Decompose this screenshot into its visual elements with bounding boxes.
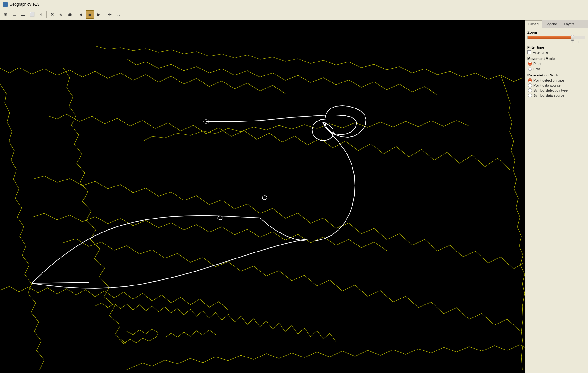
tick: | — [537, 41, 537, 43]
filter-time-checkbox-label: Filter time — [533, 50, 548, 54]
tool1-btn[interactable]: ◈ — [57, 10, 65, 19]
point-detection-option[interactable]: Point detection type — [528, 78, 585, 82]
movement-plane-label: Plane — [533, 62, 542, 66]
tick: | — [555, 41, 555, 43]
tick: | — [534, 41, 534, 43]
tick: | — [528, 41, 528, 43]
svg-rect-0 — [0, 21, 525, 373]
tick: | — [561, 41, 561, 43]
tick: | — [582, 41, 582, 43]
tick: | — [543, 41, 543, 43]
tick: | — [576, 41, 576, 43]
zoom-slider[interactable] — [527, 36, 585, 39]
dots-btn[interactable]: ⠿ — [114, 10, 123, 19]
point-source-radio[interactable] — [528, 83, 532, 87]
tick: | — [572, 41, 573, 43]
point-source-option[interactable]: Point data source — [528, 83, 585, 87]
tool2-btn[interactable]: ◉ — [66, 10, 74, 19]
app-icon — [3, 2, 8, 7]
cross-btn[interactable]: ✕ — [48, 10, 56, 19]
zoom-label: Zoom — [527, 30, 585, 34]
tick: | — [552, 41, 552, 43]
select-rect-btn[interactable]: ▭ — [10, 10, 18, 19]
map-canvas[interactable] — [0, 20, 525, 373]
symbol-source-option[interactable]: Symbol data source — [528, 94, 585, 97]
point-source-label: Point data source — [533, 83, 561, 87]
symbol-detection-label: Symbol detection type — [533, 88, 568, 92]
tab-layers[interactable]: Layers — [561, 20, 578, 28]
symbol-detection-radio[interactable] — [528, 88, 532, 92]
filter-time-checkbox-item[interactable]: Filter time — [527, 50, 585, 54]
movement-plane-option[interactable]: Plane — [528, 62, 585, 66]
movement-mode-label: Movement Mode — [527, 57, 585, 61]
filter-time-checkbox[interactable] — [527, 50, 531, 54]
right-panel: Config Legend Layers Zoom | | | | | — [525, 20, 588, 373]
presentation-mode-label: Presentation Mode — [527, 73, 585, 77]
stop-btn[interactable]: ■ — [86, 10, 94, 19]
panel-tabs: Config Legend Layers — [525, 20, 588, 28]
move-btn[interactable]: ✛ — [106, 10, 114, 19]
zoom-fill — [528, 36, 572, 39]
tick: | — [564, 41, 564, 43]
movement-free-option[interactable]: Free — [528, 67, 585, 71]
tab-legend[interactable]: Legend — [542, 20, 561, 28]
point-detection-radio[interactable] — [528, 78, 532, 82]
toolbar: ⊞ ▭ ▬ ⬜ ✲ ✕ ◈ ◉ ◀ ■ ▶ ✛ ⠿ — [0, 9, 588, 20]
symbol-source-label: Symbol data source — [533, 94, 564, 97]
title-bar-text: GeographicView3 — [10, 2, 40, 7]
main-area: Config Legend Layers Zoom | | | | | — [0, 20, 588, 373]
grid-btn[interactable]: ⊞ — [1, 10, 10, 19]
tick: | — [546, 41, 546, 43]
separator-1 — [46, 11, 47, 18]
movement-free-label: Free — [533, 67, 541, 71]
play-btn[interactable]: ▶ — [94, 10, 103, 19]
title-bar: GeographicView3 — [0, 0, 588, 9]
tick: | — [531, 41, 531, 43]
zoom-ticks: | | | | | | | | | | | | | | | | | | | | — [527, 41, 585, 43]
select-vert-btn[interactable]: ⬜ — [28, 10, 36, 19]
panel-content: Zoom | | | | | | | | | | | | | | | — [525, 28, 588, 373]
zoom-thumb[interactable] — [571, 35, 574, 41]
prev-btn[interactable]: ◀ — [77, 10, 85, 19]
symbol-source-radio[interactable] — [528, 94, 532, 97]
symbol-detection-option[interactable]: Symbol detection type — [528, 88, 585, 92]
filter-btn[interactable]: ✲ — [37, 10, 45, 19]
tick: | — [566, 41, 567, 43]
movement-plane-radio[interactable] — [528, 62, 532, 66]
tab-config[interactable]: Config — [525, 20, 542, 28]
filter-time-label: Filter time — [527, 45, 585, 49]
separator-2 — [75, 11, 75, 18]
tick: | — [570, 41, 570, 43]
presentation-mode-group: Point detection type Point data source S… — [528, 78, 585, 97]
tick: | — [540, 41, 540, 43]
select-horiz-btn[interactable]: ▬ — [19, 10, 27, 19]
tick: | — [585, 41, 585, 43]
tick: | — [558, 41, 558, 43]
tick: | — [578, 41, 579, 43]
separator-3 — [104, 11, 104, 18]
tick: | — [549, 41, 549, 43]
movement-free-radio[interactable] — [528, 67, 532, 71]
movement-mode-group: Plane Free — [528, 62, 585, 71]
point-detection-label: Point detection type — [533, 78, 564, 82]
